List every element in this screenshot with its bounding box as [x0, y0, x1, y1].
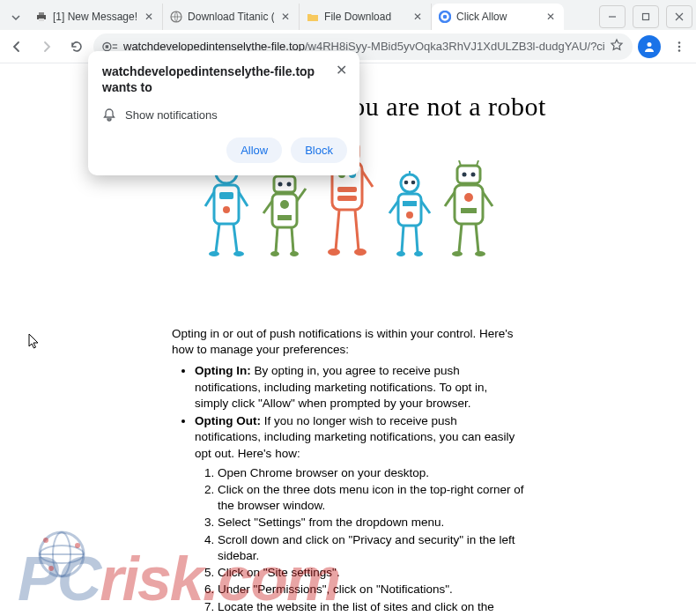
- svg-point-28: [209, 251, 219, 256]
- close-icon[interactable]: ✕: [544, 11, 557, 23]
- steps-list: Open Chrome browser on your desktop. Cli…: [218, 465, 524, 616]
- step-item: Click on "Site settings".: [218, 565, 524, 581]
- svg-line-81: [445, 192, 455, 206]
- svg-point-43: [290, 251, 299, 256]
- step-item: Under "Permissions", click on "Notificat…: [218, 582, 524, 597]
- svg-rect-37: [278, 215, 292, 220]
- bullet-opt-out: Opting Out: If you no longer wish to rec…: [195, 413, 524, 462]
- tab-search-dropdown[interactable]: [4, 5, 28, 30]
- notification-permission-prompt: watchdevelopedintenselythe-file.top want…: [88, 51, 359, 175]
- svg-point-74: [463, 173, 467, 177]
- svg-point-15: [678, 49, 681, 52]
- svg-line-70: [416, 226, 418, 252]
- maximize-button[interactable]: [633, 5, 659, 28]
- svg-point-72: [414, 251, 423, 256]
- step-item: Locate the website in the list of sites …: [218, 599, 524, 617]
- close-icon[interactable]: ✕: [411, 11, 424, 23]
- svg-point-60: [401, 174, 418, 192]
- tab-file-download[interactable]: File Download ✕: [300, 4, 432, 30]
- tab-new-message[interactable]: [1] New Message! ✕: [28, 4, 163, 30]
- robot-icon: [385, 171, 434, 259]
- robot-icon: [441, 160, 496, 259]
- title-bar: [1] New Message! ✕ Download Titanic (199…: [0, 0, 696, 30]
- svg-rect-53: [337, 196, 357, 201]
- svg-point-86: [475, 251, 485, 256]
- svg-point-32: [287, 182, 292, 187]
- svg-point-42: [270, 251, 279, 256]
- robot-icon: [260, 171, 309, 259]
- intro-text: Opting in or out of push notifications i…: [172, 326, 524, 358]
- step-item: Open Chrome browser on your desktop.: [218, 465, 524, 481]
- svg-line-83: [459, 224, 462, 252]
- svg-rect-2: [39, 19, 44, 21]
- back-button[interactable]: [4, 33, 30, 60]
- printer-icon: [35, 11, 48, 23]
- svg-rect-78: [455, 185, 483, 224]
- prompt-title: watchdevelopedintenselythe-file.top want…: [102, 63, 336, 95]
- tab-strip: [1] New Message! ✕ Download Titanic (199…: [28, 0, 596, 30]
- prompt-permission-row: Show notifications: [102, 108, 347, 122]
- prompt-permission-label: Show notifications: [125, 108, 218, 122]
- svg-point-58: [328, 249, 340, 256]
- folder-icon: [307, 11, 319, 23]
- avatar-icon: [638, 35, 661, 58]
- svg-point-79: [464, 193, 473, 202]
- allow-button[interactable]: Allow: [226, 137, 282, 163]
- step-item: Click on the three dots menu icon in the…: [218, 482, 524, 514]
- svg-line-55: [362, 171, 373, 187]
- svg-line-82: [483, 192, 492, 206]
- step-item: Scroll down and click on "Privacy and se…: [218, 532, 524, 564]
- bullet-opt-in: Opting In: By opting in, you agree to re…: [195, 363, 524, 412]
- svg-line-41: [292, 227, 293, 252]
- svg-point-14: [678, 45, 681, 48]
- svg-point-31: [278, 182, 283, 187]
- svg-rect-64: [398, 194, 421, 226]
- svg-point-75: [471, 173, 476, 177]
- svg-line-40: [276, 227, 278, 252]
- step-item: Select "Settings" from the dropdown menu…: [218, 515, 524, 531]
- svg-point-66: [406, 212, 413, 219]
- close-icon[interactable]: ✕: [279, 11, 292, 23]
- tab-title: Download Titanic (1997) 10: [188, 11, 274, 23]
- forward-button[interactable]: [33, 33, 60, 60]
- reload-button[interactable]: [63, 33, 90, 60]
- close-icon[interactable]: ✕: [336, 63, 347, 78]
- svg-point-59: [354, 249, 367, 256]
- bullet-list: Opting In: By opting in, you agree to re…: [195, 363, 524, 461]
- svg-rect-11: [113, 47, 117, 48]
- svg-point-61: [404, 181, 409, 185]
- bookmark-icon[interactable]: [610, 38, 624, 55]
- block-button[interactable]: Block: [291, 137, 347, 163]
- svg-rect-21: [214, 185, 239, 224]
- tab-click-allow[interactable]: Click Allow ✕: [432, 4, 564, 30]
- svg-point-23: [223, 206, 230, 213]
- svg-point-5: [443, 15, 448, 19]
- tab-title: [1] New Message!: [53, 11, 137, 23]
- svg-line-27: [233, 224, 237, 252]
- tab-title: File Download: [324, 11, 406, 23]
- svg-line-84: [476, 224, 478, 252]
- tab-title: Click Allow: [456, 11, 539, 23]
- svg-rect-7: [643, 14, 649, 20]
- svg-rect-9: [106, 45, 109, 48]
- svg-rect-73: [457, 166, 480, 183]
- svg-rect-10: [113, 44, 117, 45]
- minimize-button[interactable]: [599, 5, 626, 28]
- svg-line-26: [216, 224, 219, 252]
- svg-point-36: [280, 200, 289, 209]
- close-window-button[interactable]: [666, 5, 692, 28]
- window-controls: [596, 4, 696, 30]
- menu-button[interactable]: [666, 33, 692, 60]
- svg-line-69: [402, 226, 404, 252]
- tab-download-titanic[interactable]: Download Titanic (1997) 10 ✕: [163, 4, 300, 30]
- profile-button[interactable]: [636, 33, 663, 60]
- svg-point-13: [678, 41, 681, 44]
- svg-rect-80: [461, 208, 477, 213]
- svg-line-56: [336, 210, 339, 250]
- content-body: Opting in or out of push notifications i…: [172, 326, 524, 616]
- cursor-icon: [28, 333, 41, 354]
- svg-rect-1: [39, 12, 44, 15]
- globe-icon: [170, 11, 182, 23]
- svg-rect-30: [274, 176, 295, 192]
- close-icon[interactable]: ✕: [143, 11, 155, 23]
